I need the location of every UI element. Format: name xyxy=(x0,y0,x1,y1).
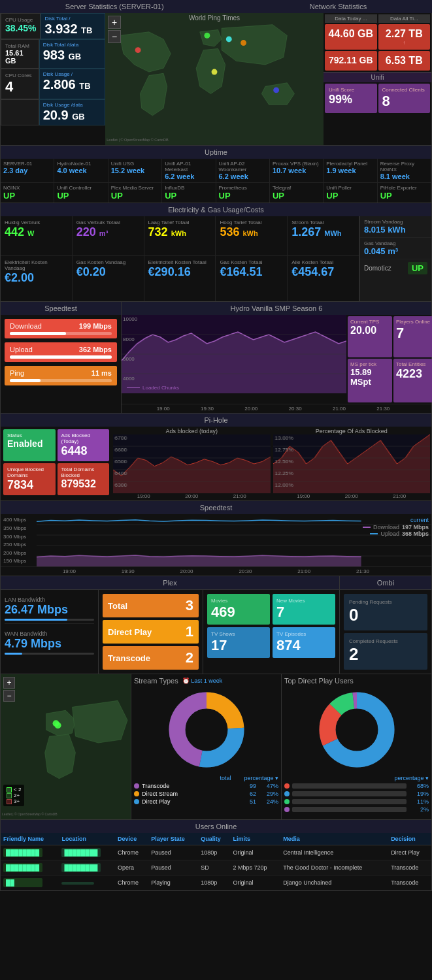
network-stats-right: Data Today ... Data All Ti... 44.60 GB 2… xyxy=(324,13,431,145)
disk-total-value: 3.932 TB xyxy=(44,22,101,37)
users-table-header: Quality xyxy=(198,833,230,845)
table-cell: 1080p xyxy=(198,845,230,860)
dp-legend-row: 11% xyxy=(284,798,429,805)
total-ram-box: Total RAM 15.61 GB xyxy=(1,39,39,69)
disk-total-box: Disk Total / 3.932 TB xyxy=(41,13,105,39)
players-box: Players Online 7 xyxy=(393,316,432,357)
stroom-totaal-box: Stroom Totaal 1.267 MWh xyxy=(288,216,359,256)
map-zoom-in[interactable]: + xyxy=(108,16,121,29)
map-zoom-out[interactable]: − xyxy=(108,30,121,43)
uptime-item: Unifi AP-02 Woonkamer6.2 week xyxy=(216,159,270,182)
data-all-value1: 2.27 TB ↑ xyxy=(378,24,431,50)
data-all-value2: 6.53 TB xyxy=(378,51,431,71)
gas-kosten-box: Gas Kosten Vandaag €0.20 xyxy=(73,256,144,301)
disk-usage-data-label: Disk Usage /data xyxy=(43,102,101,108)
stroom-totaal-spark xyxy=(291,239,344,252)
server-stats-header: Server Statistics (SERVER-01) Network St… xyxy=(0,0,432,13)
speedtest-header: Speedtest xyxy=(1,302,121,315)
pending-requests: Pending Requests 0 xyxy=(344,594,427,630)
table-cell: Opera xyxy=(115,860,148,875)
table-cell: ████████ xyxy=(1,860,59,875)
hoog-tarief-spark xyxy=(220,239,272,252)
table-cell: SD xyxy=(198,860,230,875)
world-map: + − Leaflet | © OpenStreetMap © xyxy=(105,13,324,145)
table-cell: 1080p xyxy=(198,875,230,890)
users-table-header: Friendly Name xyxy=(1,833,59,845)
stream-legend: total percentage ▾ Transcode 99 47% Dire… xyxy=(134,775,278,805)
uptime-item: Unifi USG15.2 week xyxy=(108,159,162,182)
top-dp-section: Top Direct Play Users percentage ▾ 68%19… xyxy=(282,674,431,819)
tvepisodes-box: TV Episodes 874 xyxy=(273,627,335,658)
gas-total-spark xyxy=(76,239,129,252)
total-ram-label: Total RAM xyxy=(5,43,35,49)
table-cell: Original xyxy=(231,875,281,890)
hoog-tarief-box: Hoog Tarief Totaal 536 kWh xyxy=(216,216,288,256)
users-online-section: Users Online Friendly NameLocationDevice… xyxy=(0,820,432,891)
movies-box: Movies 469 xyxy=(207,594,270,625)
uptime-item: Pterodactyl Panel1.9 week xyxy=(324,159,377,182)
domoticz-status: UP xyxy=(408,262,427,274)
svg-point-6 xyxy=(226,37,232,42)
entities-box: Total Entities 4223 xyxy=(393,359,432,402)
table-cell: The Good Doctor - Incomplete xyxy=(280,860,388,875)
plex-direct-row: Direct Play 1 xyxy=(103,620,199,644)
stream-types-chart: Stream Types ⏰ Last 1 week total xyxy=(131,674,282,819)
uptime-status-item: InfluxDBUP xyxy=(162,183,216,203)
svg-point-4 xyxy=(273,87,279,93)
plex-transcode-row: Transcode 2 xyxy=(103,646,199,670)
stream-row: + − Leaflet | © OpenStreetMap © CartoDB … xyxy=(0,674,432,820)
pihole-section: Pi-Hole Status Enabled Ads Blocked (Toda… xyxy=(0,414,432,501)
download-bar: Download 199 Mbps xyxy=(5,319,117,338)
table-cell: Original xyxy=(231,845,281,860)
elek-kosten-box: Elektriciteit Kosten Vandaag €2.00 xyxy=(1,256,73,301)
pihole-chart2: Percentage Of Ads Blocked 19:00 20:00 21… xyxy=(272,427,432,500)
disk-usage-data-value: 20.9 GB xyxy=(43,108,101,123)
table-cell: Chrome xyxy=(115,845,148,860)
stream-map-zoom-in[interactable]: + xyxy=(3,677,15,689)
data-all-label-box: Data All Ti... xyxy=(378,14,431,23)
stream-map: + − Leaflet | © OpenStreetMap © CartoDB … xyxy=(1,674,131,819)
uptime-item: Unifi AP-01 Meterkast6.2 week xyxy=(162,159,216,182)
uptime-status-item: Unifi ControllerUP xyxy=(54,183,108,203)
table-cell xyxy=(59,875,115,890)
ping-bar: Ping 11 ms xyxy=(5,366,117,385)
pihole-ads-blocked: Ads Blocked (Today) 6448 xyxy=(58,429,110,461)
svg-point-5 xyxy=(212,69,218,75)
svg-point-1 xyxy=(135,47,141,53)
cpu-usage-label: CPU Usage xyxy=(5,17,36,23)
table-cell: Django Unchained xyxy=(280,875,388,890)
stream-map-zoom-out[interactable]: − xyxy=(3,690,15,702)
disk-total-label: Disk Total / xyxy=(44,16,101,22)
pihole-enabled: Status Enabled xyxy=(3,429,56,461)
disk-total-data-label: Disk Total /data xyxy=(43,42,101,48)
ms-box: MS per tick 15.89 MSpt xyxy=(348,359,392,402)
users-table-header: Location xyxy=(59,833,115,845)
table-cell: ██ xyxy=(1,875,59,890)
speedtest-bottom-header: Speedtest xyxy=(1,501,431,514)
dp-legend: percentage ▾ 68%19%11%2% xyxy=(284,775,429,813)
new-movies-box: New Movies 7 xyxy=(273,594,335,625)
speedtest-bottom: Speedtest 400 Mbps 350 Mbps 300 Mbps 250… xyxy=(0,501,432,576)
cpu-usage-value: 38.45% xyxy=(5,23,36,33)
table-cell: Paused xyxy=(148,845,198,860)
gas-total-box: Gas Verbuik Totaal 220 m³ xyxy=(73,216,144,256)
plex-streams: Total 3 Direct Play 1 Transcode 2 xyxy=(99,590,203,674)
stroom-vandaag-box: Stroom Vandaag 8.015 kWh xyxy=(360,216,431,238)
electricity-header: Electricity & Gas Usage/Costs xyxy=(1,203,431,216)
dp-legend-row: 19% xyxy=(284,791,429,797)
speedtest-left: Speedtest Download 199 Mbps Upload 362 M… xyxy=(1,302,122,413)
pihole-stats: Status Enabled Ads Blocked (Today) 6448 … xyxy=(1,427,112,500)
uptime-status-item: PiHole ExporterUP xyxy=(378,183,431,203)
unifi-clients-box: Connected Clients 8 xyxy=(378,84,431,113)
stream-donut-chart xyxy=(164,687,249,772)
elek-kosten-totaal-box: Elektriciteit Kosten Totaal €290.16 xyxy=(144,256,216,301)
left-stats: CPU Usage 38.45% Disk Total / 3.932 TB T… xyxy=(1,13,105,145)
uptime-status-item: TelegrafUP xyxy=(270,183,324,203)
world-map-svg: Leaflet | © OpenStreetMap © CartoDB xyxy=(105,13,324,145)
pihole-total-blocked: Total Domains Blocked 879532 xyxy=(58,463,110,495)
plex-header: Plex Ombi xyxy=(1,576,431,590)
users-table-header: Player State xyxy=(148,833,198,845)
uptime-status-item: Unifi PollerUP xyxy=(324,183,377,203)
table-cell: Direct Play xyxy=(388,845,431,860)
plex-bandwidth: LAN Bandwidth 26.47 Mbps WAN Bandwidth 4… xyxy=(1,590,99,674)
